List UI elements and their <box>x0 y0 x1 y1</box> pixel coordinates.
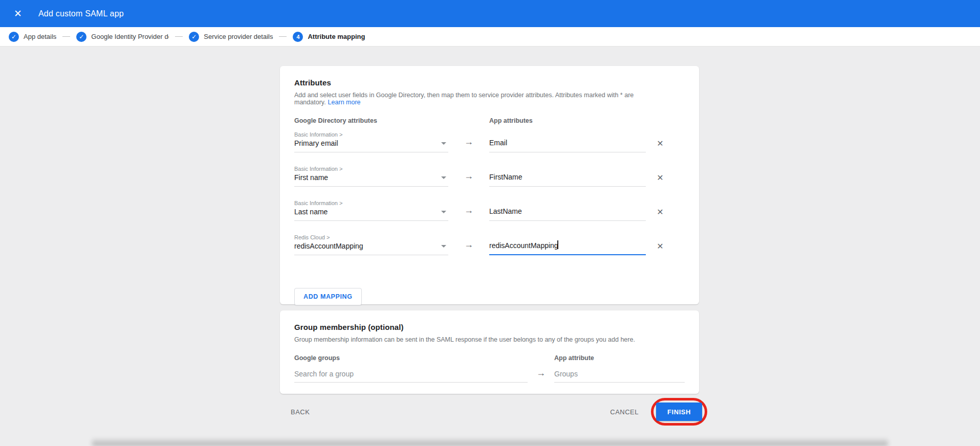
maps-to-arrow-icon: → <box>448 137 489 152</box>
google-attribute-select-first-name[interactable]: Basic Information > First name <box>294 166 448 187</box>
step-service-provider-details[interactable]: ✓ Service provider details <box>189 32 273 42</box>
attribute-category-label: Basic Information > <box>294 200 448 206</box>
add-mapping-button[interactable]: ADD MAPPING <box>294 288 362 305</box>
group-mapping-row: → <box>294 368 685 383</box>
app-attribute-input-lastname[interactable] <box>489 207 646 221</box>
mapping-row: Basic Information > First name → ✕ <box>294 166 685 187</box>
attribute-category-label: Redis Cloud > <box>294 234 448 240</box>
app-attribute-field <box>489 138 646 152</box>
step-complete-check-icon: ✓ <box>76 32 86 42</box>
remove-mapping-icon[interactable]: ✕ <box>654 240 666 252</box>
group-app-attribute-field <box>554 369 685 383</box>
mapping-row: Redis Cloud > redisAccountMapping → ✕ <box>294 234 685 255</box>
attribute-category-label: Basic Information > <box>294 166 448 172</box>
dropdown-caret-icon <box>441 211 446 213</box>
step-separator <box>175 36 183 37</box>
step-separator <box>279 36 287 37</box>
google-attribute-select-primary-email[interactable]: Basic Information > Primary email <box>294 131 448 152</box>
step-separator <box>62 36 70 37</box>
app-attribute-header: App attribute <box>554 354 685 362</box>
step-label: Attribute mapping <box>308 33 365 40</box>
cancel-button[interactable]: CANCEL <box>610 408 639 416</box>
selected-attribute-value: redisAccountMapping <box>294 242 363 250</box>
mapping-row: Basic Information > Last name → ✕ <box>294 200 685 221</box>
google-attribute-select-last-name[interactable]: Basic Information > Last name <box>294 200 448 221</box>
group-membership-title: Group membership (optional) <box>294 323 685 331</box>
app-attribute-input-firstname[interactable] <box>489 173 646 187</box>
dropdown-caret-icon <box>441 245 446 248</box>
app-attribute-field <box>489 172 646 187</box>
selected-attribute-value: Last name <box>294 208 328 216</box>
dropdown-caret-icon <box>441 142 446 145</box>
attributes-card: Attributes Add and select user fields in… <box>280 66 699 304</box>
app-bar: ✕ Add custom SAML app <box>0 0 980 27</box>
attributes-card-description: Add and select user fields in Google Dir… <box>294 92 685 106</box>
annotation-red-circle: FINISH <box>651 398 707 426</box>
step-label: App details <box>24 33 56 40</box>
stepper: ✓ App details ✓ Google Identity Provider… <box>0 27 980 47</box>
dialog-title: Add custom SAML app <box>38 9 124 18</box>
finish-button[interactable]: FINISH <box>656 403 702 421</box>
remove-mapping-icon[interactable]: ✕ <box>654 171 666 184</box>
attributes-column-headers: Google Directory attributes App attribut… <box>294 117 685 124</box>
step-complete-check-icon: ✓ <box>9 32 19 42</box>
group-membership-description: Group membership information can be sent… <box>294 336 685 343</box>
back-button[interactable]: BACK <box>291 408 310 416</box>
mapping-row: Basic Information > Primary email → ✕ <box>294 131 685 152</box>
learn-more-link[interactable]: Learn more <box>328 99 361 106</box>
selected-attribute-value: First name <box>294 173 328 182</box>
step-number-badge: 4 <box>293 32 303 42</box>
app-attributes-header: App attributes <box>489 117 646 124</box>
dialog-footer: BACK CANCEL FINISH <box>280 400 699 423</box>
maps-to-arrow-icon: → <box>528 368 554 383</box>
maps-to-arrow-icon: → <box>448 239 489 255</box>
google-attribute-select-redis-account-mapping[interactable]: Redis Cloud > redisAccountMapping <box>294 234 448 255</box>
step-app-details[interactable]: ✓ App details <box>9 32 56 42</box>
maps-to-arrow-icon: → <box>448 205 489 221</box>
remove-mapping-icon[interactable]: ✕ <box>654 137 666 149</box>
selected-attribute-value: Primary email <box>294 139 338 147</box>
step-complete-check-icon: ✓ <box>189 32 199 42</box>
google-directory-attributes-header: Google Directory attributes <box>294 117 448 124</box>
group-membership-card: Group membership (optional) Group member… <box>280 310 699 394</box>
app-attribute-input-email[interactable] <box>489 139 646 152</box>
step-label: Google Identity Provider details <box>91 33 169 40</box>
step-label: Service provider details <box>204 33 273 40</box>
bottom-window-shadow <box>92 438 888 446</box>
close-icon[interactable]: ✕ <box>10 6 26 21</box>
group-app-attribute-input[interactable] <box>554 370 685 383</box>
app-attribute-input-redis-account-mapping[interactable] <box>489 241 646 255</box>
group-search-input[interactable] <box>294 370 528 383</box>
step-google-idp-details[interactable]: ✓ Google Identity Provider details <box>76 32 169 42</box>
attribute-category-label: Basic Information > <box>294 131 448 138</box>
attribute-mapping-rows: Basic Information > Primary email → ✕ Ba… <box>294 131 685 255</box>
maps-to-arrow-icon: → <box>448 171 489 187</box>
text-cursor <box>557 240 558 249</box>
attributes-card-title: Attributes <box>294 78 685 87</box>
dropdown-caret-icon <box>441 176 446 179</box>
app-attribute-field-focused <box>489 241 646 255</box>
google-groups-header: Google groups <box>294 354 528 362</box>
group-search-field <box>294 369 528 383</box>
group-column-headers: Google groups App attribute <box>294 354 685 362</box>
step-attribute-mapping[interactable]: 4 Attribute mapping <box>293 32 365 42</box>
remove-mapping-icon[interactable]: ✕ <box>654 206 666 218</box>
app-attribute-field <box>489 207 646 221</box>
